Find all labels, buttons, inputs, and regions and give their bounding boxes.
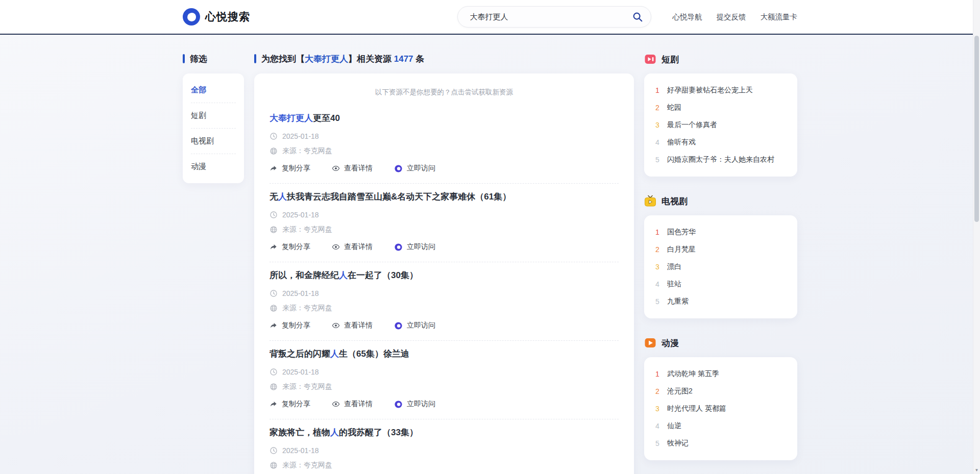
- results-title: 为您找到【大奉打更人】相关资源 1477 条: [261, 53, 424, 65]
- ranking-item[interactable]: 4仙逆: [654, 417, 787, 435]
- ranking-panel-heading: 电视剧: [644, 195, 797, 207]
- nav-link[interactable]: 提交反馈: [717, 12, 746, 22]
- copy-share-button[interactable]: 复制分享: [270, 400, 310, 409]
- top-bar: 心悦搜索 心悦导航提交反馈大额流量卡: [0, 0, 980, 35]
- title-text: 背叛之后的闪耀: [270, 349, 330, 359]
- filter-card: 全部短剧电视剧动漫: [183, 73, 244, 183]
- nav-link[interactable]: 心悦导航: [673, 12, 702, 22]
- clock-icon: [270, 132, 278, 140]
- result-source: 来源：夸克网盘: [282, 146, 332, 156]
- visit-now-button[interactable]: 立即访问: [394, 164, 435, 173]
- title-text: 在一起了（30集）: [348, 270, 418, 280]
- title-text: 所以，和金牌经纪: [270, 270, 339, 280]
- ranking-item[interactable]: 2蛇园: [654, 99, 787, 116]
- result-title[interactable]: 所以，和金牌经纪人在一起了（30集）: [270, 269, 619, 281]
- rank-title: 蛇园: [667, 103, 681, 112]
- rank-title: 偷听有戏: [667, 138, 696, 147]
- search-bar: [457, 6, 651, 28]
- title-text: 更至40: [313, 113, 340, 123]
- ranking-item[interactable]: 2沧元图2: [654, 383, 787, 400]
- result-date: 2025-01-18: [282, 132, 319, 140]
- rank-number: 1: [654, 86, 660, 94]
- visit-now-button[interactable]: 立即访问: [394, 242, 435, 252]
- view-detail-button[interactable]: 查看详情: [332, 242, 373, 252]
- result-date-row: 2025-01-18: [270, 132, 619, 140]
- copy-share-button-label: 复制分享: [282, 164, 310, 173]
- result-source: 来源：夸克网盘: [282, 304, 332, 313]
- result-title[interactable]: 大奉打更人更至40: [270, 112, 619, 124]
- eye-icon: [332, 243, 340, 251]
- rank-number: 4: [654, 280, 660, 288]
- rank-number: 3: [654, 263, 660, 271]
- ranking-item[interactable]: 5闪婚京圈太子爷：夫人她来自农村: [654, 151, 787, 168]
- ranking-item[interactable]: 5牧神记: [654, 435, 787, 452]
- nav-link[interactable]: 大额流量卡: [761, 12, 798, 22]
- result-date: 2025-01-18: [282, 289, 319, 297]
- visit-circle-icon: [394, 243, 403, 252]
- rank-number: 1: [654, 228, 660, 236]
- copy-share-button-label: 复制分享: [282, 400, 310, 409]
- visit-circle-icon: [394, 321, 403, 330]
- result-actions: 复制分享查看详情立即访问: [270, 242, 619, 252]
- visit-now-button[interactable]: 立即访问: [394, 321, 435, 330]
- clock-icon: [270, 289, 278, 297]
- filter-item-option[interactable]: 动漫: [191, 154, 236, 179]
- anime-play-icon: [644, 337, 656, 349]
- filter-item-option[interactable]: 电视剧: [191, 129, 236, 154]
- page-scrollbar[interactable]: ▼: [973, 0, 980, 474]
- view-detail-button[interactable]: 查看详情: [332, 164, 373, 173]
- copy-share-button-label: 复制分享: [282, 242, 310, 252]
- ranking-item[interactable]: 1好孕甜妻被钻石老公宠上天: [654, 82, 787, 99]
- ranking-item[interactable]: 4驻站: [654, 276, 787, 293]
- globe-icon: [270, 147, 278, 155]
- filter-sidebar: 筛选 全部短剧电视剧动漫: [183, 53, 244, 183]
- rank-number: 3: [654, 405, 660, 413]
- ranking-card: 1好孕甜妻被钻石老公宠上天2蛇园3最后一个修真者4偷听有戏5闪婚京圈太子爷：夫人…: [644, 73, 797, 177]
- view-detail-button-label: 查看详情: [344, 242, 373, 252]
- ranking-item[interactable]: 2白月梵星: [654, 241, 787, 258]
- eye-icon: [332, 321, 340, 330]
- scroll-down-button[interactable]: ▼: [973, 466, 980, 474]
- filter-item-active[interactable]: 全部: [191, 78, 236, 103]
- clock-icon: [270, 446, 278, 455]
- title-keyword: 人: [330, 428, 339, 437]
- result-source-row: 来源：夸克网盘: [270, 225, 619, 234]
- copy-share-button[interactable]: 复制分享: [270, 164, 310, 173]
- copy-share-button[interactable]: 复制分享: [270, 321, 310, 330]
- view-detail-button[interactable]: 查看详情: [332, 400, 373, 409]
- ranking-item[interactable]: 3最后一个修真者: [654, 116, 787, 134]
- scrollbar-thumb[interactable]: [974, 36, 979, 222]
- ranking-panel-title: 动漫: [662, 337, 679, 349]
- rank-number: 1: [654, 370, 660, 378]
- ranking-item[interactable]: 5九重紫: [654, 293, 787, 310]
- result-title[interactable]: 家族将亡，植物人的我苏醒了（33集）: [270, 427, 619, 438]
- filter-title: 筛选: [190, 53, 207, 65]
- copy-share-button-label: 复制分享: [282, 321, 310, 330]
- ranking-item[interactable]: 4偷听有戏: [654, 134, 787, 151]
- result-title[interactable]: 无人扶我青云志我自踏雪至山巅&名动天下之家事难休（61集）: [270, 191, 619, 203]
- ranking-item[interactable]: 3漂白: [654, 258, 787, 276]
- rank-number: 2: [654, 104, 660, 112]
- visit-now-button[interactable]: 立即访问: [394, 400, 435, 409]
- search-input[interactable]: [457, 6, 651, 28]
- globe-icon: [270, 304, 278, 312]
- ranking-panel: 电视剧1国色芳华2白月梵星3漂白4驻站5九重紫: [644, 195, 797, 318]
- view-detail-button[interactable]: 查看详情: [332, 321, 373, 330]
- rank-title: 牧神记: [667, 439, 689, 448]
- view-detail-button-label: 查看详情: [344, 321, 373, 330]
- copy-share-button[interactable]: 复制分享: [270, 242, 310, 252]
- search-button[interactable]: [631, 10, 644, 23]
- logo[interactable]: 心悦搜索: [183, 8, 250, 26]
- result-title[interactable]: 背叛之后的闪耀人生（65集）徐兰迪: [270, 348, 619, 360]
- title-text: 的我苏醒了（33集）: [339, 428, 418, 437]
- globe-icon: [270, 226, 278, 234]
- rank-title: 闪婚京圈太子爷：夫人她来自农村: [667, 155, 774, 164]
- ranking-item[interactable]: 3时光代理人 英都篇: [654, 400, 787, 417]
- filter-item-option[interactable]: 短剧: [191, 103, 236, 129]
- result-item: 大奉打更人更至402025-01-18来源：夸克网盘复制分享查看详情立即访问: [270, 105, 619, 184]
- ranking-item[interactable]: 1国色芳华: [654, 223, 787, 241]
- refresh-notice[interactable]: 以下资源不是你想要的？点击尝试获取新资源: [270, 88, 619, 97]
- title-text: 无: [270, 192, 278, 202]
- result-date-row: 2025-01-18: [270, 446, 619, 455]
- ranking-item[interactable]: 1武动乾坤 第五季: [654, 365, 787, 383]
